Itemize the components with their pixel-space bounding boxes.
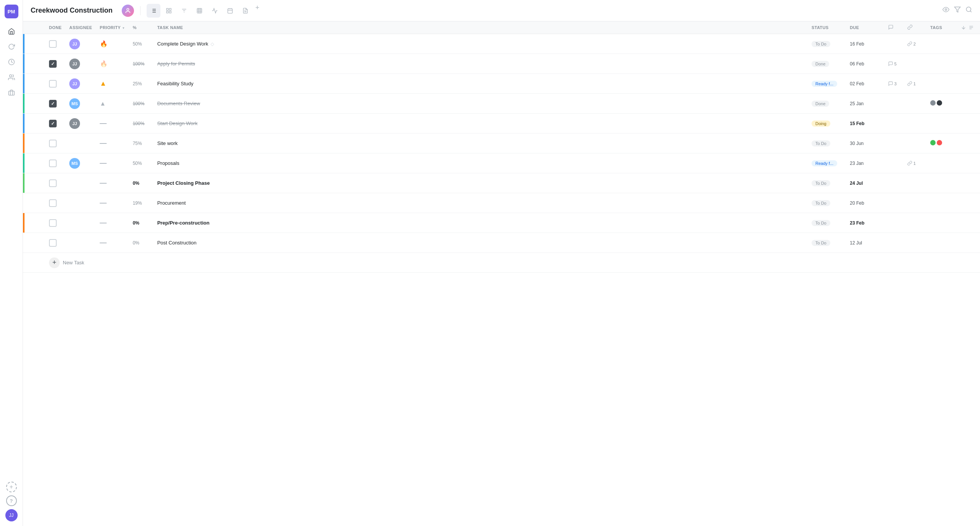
done-checkbox[interactable] [49,199,57,207]
assignee-cell: MS [65,153,96,173]
tab-doc[interactable] [238,4,252,18]
done-checkbox[interactable] [49,100,57,107]
tab-list[interactable] [147,4,160,18]
due-date: 20 Feb [850,200,864,206]
sidebar-item-projects[interactable] [5,86,18,99]
task-name-cell[interactable]: Site work [154,134,808,153]
row-actions-cell [957,74,980,94]
help-button[interactable]: ? [6,495,17,506]
tab-board[interactable] [162,4,176,18]
task-name-cell[interactable]: Documents Review [154,94,808,114]
due-date: 15 Feb [850,121,864,126]
done-checkbox[interactable] [49,60,57,68]
status-badge: To Do [812,240,830,246]
col-header-assignee[interactable]: ASSIGNEE [65,21,96,34]
done-checkbox[interactable] [49,140,57,147]
sidebar-item-home[interactable] [5,24,18,38]
task-name-cell[interactable]: Start Design Work [154,114,808,134]
done-checkbox[interactable] [49,40,57,48]
done-cell [23,34,65,54]
done-checkbox[interactable] [49,160,57,167]
task-name-cell[interactable]: Apply for Permits [154,54,808,74]
task-name-cell[interactable]: Feasibility Study [154,74,808,94]
assignee-avatar[interactable]: JJ [69,118,80,129]
table-row: — 75% Site work To Do 30 Jun [23,134,980,153]
status-cell[interactable]: Doing [808,114,846,134]
col-header-pct[interactable]: % [129,21,154,34]
sidebar-item-activity[interactable] [5,40,18,54]
add-view-button[interactable]: + [254,4,261,18]
watch-icon[interactable] [942,6,949,15]
status-cell[interactable]: To Do [808,173,846,193]
add-workspace-button[interactable]: + [6,482,17,492]
task-name-cell[interactable]: Proposals [154,153,808,173]
pct-cell: 25% [129,74,154,94]
task-name-cell[interactable]: Post Construction [154,233,808,253]
tab-filter[interactable] [177,4,191,18]
col-header-priority[interactable]: PRIORITY ▼ [96,21,129,34]
status-cell[interactable]: Done [808,94,846,114]
priority-cell: — [96,134,129,153]
new-task-cell: + New Task [23,253,980,273]
svg-rect-10 [167,8,168,10]
task-name-text: Site work [157,140,178,146]
task-name-cell[interactable]: Prep/Pre-construction [154,213,808,233]
row-bar-indicator [23,134,24,153]
status-badge: Done [812,101,829,107]
status-cell[interactable]: To Do [808,193,846,213]
task-name-cell[interactable]: Project Closing Phase [154,173,808,193]
status-badge: To Do [812,200,830,206]
done-checkbox[interactable] [49,80,57,88]
done-checkbox[interactable] [49,239,57,247]
done-checkbox[interactable] [49,219,57,227]
done-checkbox[interactable] [49,179,57,187]
priority-cell: — [96,153,129,173]
row-actions-cell [957,173,980,193]
col-header-tags[interactable]: TAGS [926,21,957,34]
assignee-avatar[interactable]: JJ [69,59,80,69]
task-name-cell[interactable]: Procurement [154,193,808,213]
app-logo[interactable]: PM [5,5,18,18]
col-header-due[interactable]: DUE [846,21,884,34]
status-cell[interactable]: To Do [808,134,846,153]
tags-cell [926,173,957,193]
status-cell[interactable]: Done [808,54,846,74]
status-cell[interactable]: To Do [808,213,846,233]
done-checkbox[interactable] [49,120,57,127]
filter-icon[interactable] [954,6,961,15]
priority-dash-icon: — [100,119,107,127]
new-task-button[interactable]: + [49,257,60,268]
priority-arrow-up-icon: ▲ [100,80,107,87]
status-cell[interactable]: To Do [808,34,846,54]
assignee-avatar[interactable]: MS [69,158,80,169]
tab-table[interactable] [193,4,206,18]
task-name-cell[interactable]: Complete Design Work◇ [154,34,808,54]
status-cell[interactable]: Ready f... [808,153,846,173]
status-cell[interactable]: To Do [808,233,846,253]
links-cell [903,173,926,193]
row-actions-cell [957,213,980,233]
due-cell: 25 Jan [846,94,884,114]
svg-line-31 [970,11,971,12]
assignee-avatar[interactable]: MS [69,98,80,109]
project-avatar[interactable] [122,5,134,17]
tab-chart[interactable] [208,4,222,18]
priority-cell: 🔥 [96,54,129,74]
sidebar-item-time[interactable] [5,55,18,69]
search-icon[interactable] [965,6,972,15]
due-cell: 16 Feb [846,34,884,54]
svg-point-3 [127,8,129,10]
assignee-avatar[interactable]: JJ [69,39,80,49]
assignee-avatar[interactable]: JJ [69,78,80,89]
col-header-task[interactable]: TASK NAME [154,21,808,34]
status-cell[interactable]: Ready f... [808,74,846,94]
tags-cell [926,114,957,134]
tab-calendar[interactable] [223,4,237,18]
col-header-status[interactable]: STATUS [808,21,846,34]
sidebar-item-people[interactable] [5,70,18,84]
user-avatar[interactable]: JJ [5,509,18,521]
row-bar-indicator [23,74,24,93]
tags-cell [926,193,957,213]
task-name-text: Project Closing Phase [157,180,210,186]
comments-cell [884,193,903,213]
